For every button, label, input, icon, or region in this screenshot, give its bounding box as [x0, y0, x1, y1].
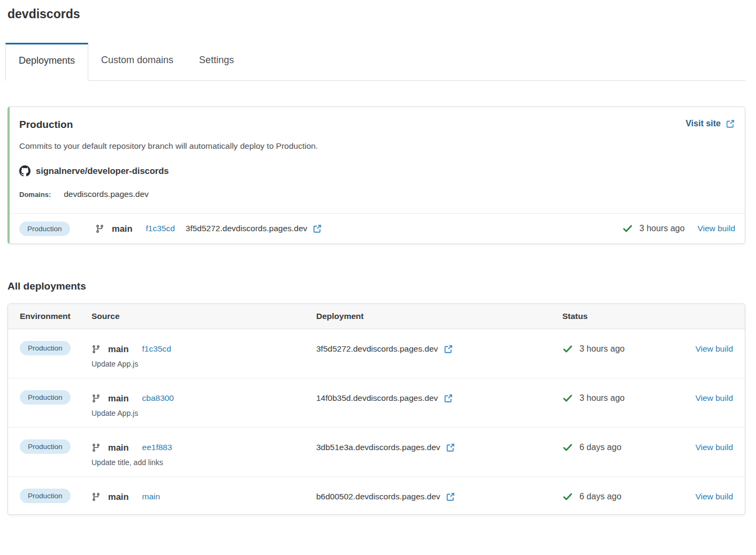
deployment-table-row: Production main ee1f883 Update title, ad…	[8, 428, 745, 477]
github-icon	[19, 165, 30, 177]
branch-name: main	[112, 224, 133, 234]
external-link-icon[interactable]	[312, 224, 322, 233]
commit-message: Update App.js	[91, 409, 316, 417]
environment-badge: Production	[20, 390, 71, 405]
status-time: 3 hours ago	[579, 344, 625, 354]
branch-name: main	[108, 443, 129, 453]
domains-label: Domains:	[19, 191, 51, 199]
view-build-link[interactable]: View build	[696, 492, 733, 501]
tab-settings[interactable]: Settings	[186, 43, 247, 80]
page: devdiscords Deployments Custom domains S…	[0, 0, 756, 531]
commit-link[interactable]: f1c35cd	[146, 224, 175, 233]
status-time: 3 hours ago	[639, 224, 685, 233]
column-actions	[675, 304, 733, 329]
external-link-icon[interactable]	[444, 344, 453, 354]
branch-name: main	[108, 393, 129, 404]
environment-badge: Production	[20, 489, 71, 503]
all-deployments-title: All deployments	[7, 280, 745, 292]
check-icon	[562, 393, 573, 404]
domains-row: Domains: devdiscords.pages.dev	[19, 189, 735, 199]
tab-deployments[interactable]: Deployments	[5, 43, 88, 81]
external-link-icon[interactable]	[444, 393, 453, 403]
git-branch-icon	[91, 394, 101, 403]
status-time: 6 days ago	[579, 443, 621, 452]
status-time: 6 days ago	[579, 492, 621, 501]
view-build-link[interactable]: View build	[696, 393, 733, 403]
page-title: devdiscords	[7, 7, 745, 21]
domains-value: devdiscords.pages.dev	[64, 189, 149, 199]
deployments-table: Environment Source Deployment Status Pro…	[7, 303, 745, 515]
git-branch-icon	[95, 224, 104, 233]
deployment-url: b6d00502.devdiscords.pages.dev	[316, 492, 440, 501]
tab-bar: Deployments Custom domains Settings	[5, 43, 745, 81]
environment-badge: Production	[20, 439, 71, 454]
deployment-url: 14f0b35d.devdiscords.pages.dev	[316, 393, 438, 403]
external-link-icon[interactable]	[446, 443, 455, 452]
check-icon	[622, 223, 633, 234]
external-link-icon	[726, 119, 735, 128]
tab-custom-domains[interactable]: Custom domains	[88, 43, 186, 80]
external-link-icon[interactable]	[446, 492, 455, 501]
deployment-table-row: Production main main b6d	[8, 477, 745, 514]
deployment-url: 3f5d5272.devdiscords.pages.dev	[316, 344, 438, 354]
view-build-link[interactable]: View build	[696, 443, 733, 452]
view-build-link[interactable]: View build	[698, 224, 735, 233]
column-deployment: Deployment	[316, 304, 562, 329]
production-description: Commits to your default repository branc…	[19, 141, 735, 151]
check-icon	[562, 344, 573, 354]
branch-name: main	[108, 492, 129, 502]
column-status: Status	[562, 304, 675, 329]
commit-link[interactable]: ee1f883	[142, 443, 172, 452]
column-environment: Environment	[20, 304, 91, 329]
deployment-table-row: Production main cba8300 Update App.js	[8, 378, 745, 428]
deployment-url: 3db51e3a.devdiscords.pages.dev	[316, 443, 440, 452]
git-branch-icon	[91, 345, 101, 354]
commit-link[interactable]: cba8300	[142, 393, 174, 403]
visit-site-link[interactable]: Visit site	[685, 119, 735, 128]
environment-badge: Production	[19, 222, 70, 236]
production-card-body: Production Visit site Commits to your de…	[10, 107, 745, 213]
deployment-url: 3f5d5272.devdiscords.pages.dev	[186, 224, 308, 233]
check-icon	[562, 491, 573, 502]
commit-message: Update App.js	[91, 360, 316, 368]
status-time: 3 hours ago	[579, 393, 625, 403]
production-title: Production	[19, 119, 73, 131]
production-deployment-row: Production main f1c35cd 3f5d5272.devdisc…	[10, 213, 745, 244]
git-branch-icon	[91, 443, 101, 452]
commit-message: Update title, add links	[91, 458, 316, 467]
check-icon	[562, 442, 573, 453]
git-branch-icon	[91, 492, 101, 501]
column-source: Source	[91, 304, 316, 329]
table-header: Environment Source Deployment Status	[8, 304, 745, 329]
branch-name: main	[108, 344, 129, 354]
visit-site-label: Visit site	[685, 119, 721, 128]
repo-row: signalnerve/developer-discords	[19, 165, 735, 177]
deployment-table-row: Production main f1c35cd Update App.js	[8, 329, 745, 378]
environment-badge: Production	[20, 341, 71, 355]
view-build-link[interactable]: View build	[696, 344, 733, 354]
commit-link[interactable]: main	[142, 492, 161, 501]
repo-name: signalnerve/developer-discords	[36, 166, 169, 176]
commit-link[interactable]: f1c35cd	[142, 344, 171, 354]
production-card: Production Visit site Commits to your de…	[7, 107, 745, 244]
